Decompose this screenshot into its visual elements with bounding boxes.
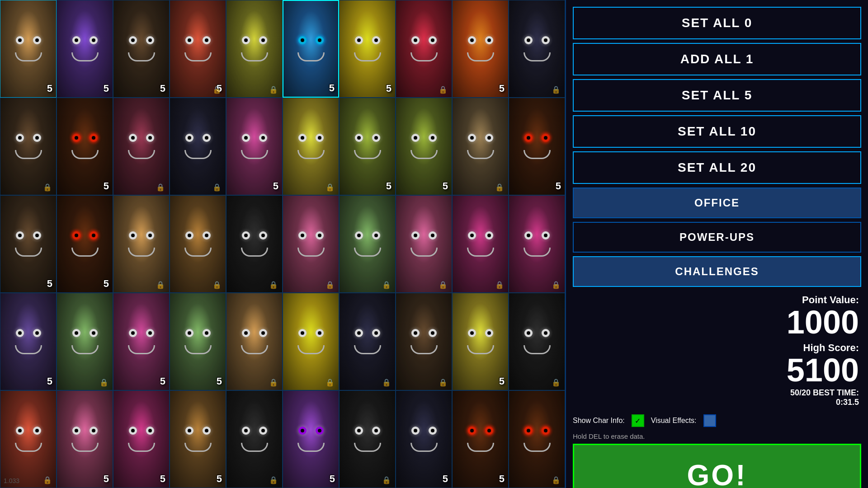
char-cell-foxy[interactable]: 5🔒 (170, 0, 226, 98)
char-cell-freddy[interactable]: 5 (0, 0, 57, 98)
char-cell-happy-frog[interactable]: 🔒 (57, 293, 113, 390)
show-char-info-label: Show Char Info: (573, 417, 625, 425)
char-cell-bonnet[interactable]: 5 (226, 98, 283, 195)
char-cell-withered-bonnie[interactable]: 5 (0, 195, 57, 293)
char-cell-circus-baby[interactable]: 🔒 (113, 98, 170, 195)
char-lock-icon-29: 🔒 (495, 280, 505, 290)
char-cell-staff-bot[interactable]: 🔒 (509, 293, 565, 390)
set-all-20-button[interactable]: SET ALL 20 (573, 151, 861, 184)
char-cell-jj[interactable]: 🔒 (509, 0, 565, 98)
char-cell-glamrock-chica[interactable]: 🔒 (283, 293, 339, 390)
char-level-43: 5 (160, 473, 165, 485)
show-char-info-checkbox[interactable]: ✓ (632, 414, 644, 427)
char-lock-icon-27: 🔒 (382, 280, 392, 290)
char-cell-nightmare-fredbear[interactable]: 5 (509, 98, 565, 195)
visual-effects-checkbox[interactable] (703, 414, 716, 427)
char-lock-icon-4: 🔒 (212, 84, 222, 94)
char-level-17: 5 (386, 180, 392, 192)
char-cell-ballora[interactable]: 🔒 (452, 195, 509, 293)
char-cell-springtrap-classic[interactable]: 🔒 (226, 0, 283, 98)
char-level-22: 5 (104, 278, 109, 290)
char-cell-molten-freddy[interactable]: 🔒 (113, 195, 170, 293)
char-level-15: 5 (273, 180, 278, 192)
char-level-42: 5 (104, 473, 109, 485)
char-cell-bb[interactable]: 5 (452, 0, 509, 98)
add-all-1-button[interactable]: ADD ALL 1 (573, 43, 861, 75)
char-lock-icon-30: 🔒 (551, 280, 561, 290)
char-level-9: 5 (499, 83, 505, 94)
character-grid: 5555🔒🔒55🔒5🔒🔒5🔒🔒5🔒55🔒555🔒🔒🔒🔒🔒🔒🔒🔒5🔒55🔒🔒🔒🔒5… (0, 0, 565, 488)
point-value-section: Point Value: 1000 High Score: 5100 50/20… (573, 294, 861, 407)
char-cell-rockstar-freddy[interactable]: 5 (170, 390, 226, 488)
char-cell-withered-chica[interactable]: 5 (113, 0, 170, 98)
char-cell-funtime-foxy[interactable]: 🔒 (283, 195, 339, 293)
char-level-6: 5 (329, 82, 335, 94)
set-all-10-button[interactable]: SET ALL 10 (573, 115, 861, 148)
char-level-20: 5 (556, 180, 561, 192)
char-cell-glitchtrap[interactable]: 5 (283, 390, 339, 488)
char-cell-freddy-bear[interactable]: 5 (452, 293, 509, 390)
char-level-49: 5 (499, 473, 505, 485)
char-cell-dreadbear[interactable]: 🔒 (509, 390, 565, 488)
char-cell-puppet-marionette[interactable]: 🔒 (170, 98, 226, 195)
char-cell-funtime-chica[interactable]: 5 (57, 390, 113, 488)
char-cell-nightmare-bonnie[interactable]: 5 (452, 390, 509, 488)
char-lock-icon-45: 🔒 (269, 475, 278, 485)
char-cell-scrap-baby[interactable]: 🔒 (452, 98, 509, 195)
char-cell-shadow-freddy[interactable]: 🔒 (226, 390, 283, 488)
char-lock-icon-38: 🔒 (438, 377, 448, 387)
char-lock-icon-14: 🔒 (212, 182, 222, 192)
char-cell-scraptrap[interactable]: 5 (339, 98, 396, 195)
char-cell-phantom-puppet[interactable]: 🔒 (226, 195, 283, 293)
char-cell-rockstar-foxy[interactable]: 🔒 (170, 195, 226, 293)
char-cell-music-man[interactable]: 🔒 (339, 195, 396, 293)
char-cell-nightmare[interactable]: 5 (57, 98, 113, 195)
char-cell-freddy-3[interactable]: 🔒 (396, 293, 452, 390)
char-level-1: 5 (47, 83, 52, 94)
office-button[interactable]: OFFICE (573, 188, 861, 218)
best-time-label: 50/20 BEST TIME: (573, 388, 859, 398)
char-cell-candy-cadet[interactable]: 5 (113, 293, 170, 390)
char-cell-montgomery-gator[interactable]: 5 (170, 293, 226, 390)
options-row: Show Char Info: ✓ Visual Effects: (573, 414, 861, 427)
char-cell-springtrap[interactable]: 5 (396, 98, 452, 195)
char-cell-nightmare-foxy[interactable]: 5 (57, 195, 113, 293)
powerups-button[interactable]: POWER-UPS (573, 222, 861, 253)
char-lock-icon-35: 🔒 (269, 377, 278, 387)
set-all-0-button[interactable]: SET ALL 0 (573, 7, 861, 39)
char-cell-roxy[interactable]: 5 (113, 390, 170, 488)
char-cell-funtime-freddy[interactable]: 🔒 (396, 195, 452, 293)
char-cell-toy-chica[interactable]: 5 (339, 0, 396, 98)
del-hint: Hold DEL to erase data. (573, 432, 861, 440)
char-level-44: 5 (217, 473, 222, 485)
char-cell-lolbit[interactable]: 🔒 (509, 195, 565, 293)
char-lock-icon-16: 🔒 (325, 182, 335, 192)
char-lock-icon-8: 🔒 (438, 84, 448, 94)
char-lock-icon-37: 🔒 (382, 377, 392, 387)
char-cell-mangle[interactable]: 🔒 (396, 0, 452, 98)
char-cell-withered-freddy[interactable]: 🔒 (0, 98, 57, 195)
point-value: 1000 (573, 306, 859, 338)
char-cell-bonnie[interactable]: 5 (57, 0, 113, 98)
char-lock-icon-36: 🔒 (325, 377, 335, 387)
set-all-5-button[interactable]: SET ALL 5 (573, 79, 861, 112)
char-lock-icon-13: 🔒 (156, 182, 165, 192)
char-level-2: 5 (104, 83, 109, 94)
char-cell-puppet-2[interactable]: 🔒 (339, 293, 396, 390)
char-cell-ennard[interactable]: 5 (0, 293, 57, 390)
best-time: 0:31.5 (573, 398, 859, 407)
char-level-34: 5 (217, 375, 222, 387)
char-cell-freddy-fazbear-2.0[interactable]: 🔒 (226, 293, 283, 390)
char-lock-icon-32: 🔒 (99, 377, 109, 387)
char-level-12: 5 (104, 180, 109, 192)
char-cell-nightmarionne[interactable]: 5 (396, 390, 452, 488)
char-cell-toy-bonnie[interactable]: 5 (283, 0, 339, 98)
char-lock-icon-40: 🔒 (551, 377, 561, 387)
go-button[interactable]: GO! (573, 444, 861, 488)
char-cell-foxy-pirate[interactable]: 🔒 (0, 390, 57, 488)
challenges-button[interactable]: CHALLENGES (573, 256, 861, 287)
char-lock-icon-25: 🔒 (269, 280, 278, 290)
char-cell-withered-golden-freddy[interactable]: 🔒 (283, 98, 339, 195)
char-level-3: 5 (160, 83, 165, 94)
char-cell-vanny[interactable]: 🔒 (339, 390, 396, 488)
